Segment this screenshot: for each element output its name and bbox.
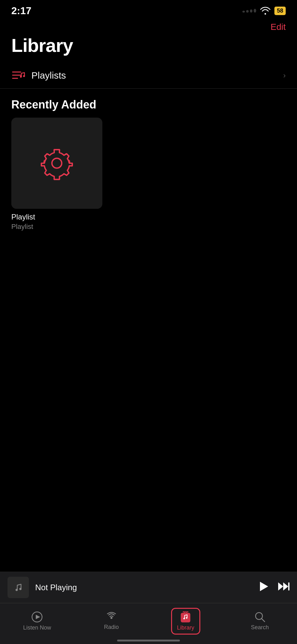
tab-library-active-box: Library xyxy=(171,608,200,635)
chevron-right-icon: › xyxy=(283,71,286,80)
tab-library-label: Library xyxy=(177,625,194,631)
wifi-icon xyxy=(260,7,271,15)
svg-point-6 xyxy=(52,158,62,168)
svg-point-4 xyxy=(23,75,25,77)
tab-listen-now-label: Listen Now xyxy=(23,625,51,631)
listen-now-icon xyxy=(31,611,43,623)
header-row: Edit xyxy=(0,19,297,32)
tab-radio-label: Radio xyxy=(104,624,119,630)
playlists-label: Playlists xyxy=(31,70,283,81)
edit-button[interactable]: Edit xyxy=(271,22,286,32)
home-indicator xyxy=(117,640,180,641)
svg-point-8 xyxy=(19,588,22,590)
page-title: Library xyxy=(0,32,297,63)
library-icon xyxy=(180,611,191,623)
search-icon xyxy=(255,612,265,622)
svg-line-16 xyxy=(262,619,265,622)
tab-listen-now[interactable]: Listen Now xyxy=(0,603,74,635)
album-name: Playlist xyxy=(11,213,102,221)
status-bar: 2:17 58 xyxy=(0,0,297,19)
tab-bar: Listen Now Radio Library xyxy=(0,603,297,644)
album-subtitle: Playlist xyxy=(11,223,102,231)
playlist-icon xyxy=(11,69,25,81)
mini-player-controls xyxy=(259,581,289,594)
tab-library[interactable]: Library xyxy=(148,603,223,635)
play-icon xyxy=(259,581,269,592)
music-note-icon xyxy=(13,582,24,593)
status-icons: 58 xyxy=(242,7,286,15)
album-grid: Playlist Playlist xyxy=(0,118,297,231)
svg-rect-12 xyxy=(181,613,190,622)
gear-icon xyxy=(38,144,76,182)
tab-search[interactable]: Search xyxy=(223,603,297,635)
album-item[interactable]: Playlist Playlist xyxy=(11,118,102,231)
mini-player-art xyxy=(8,577,29,598)
svg-point-13 xyxy=(183,618,185,619)
playlists-row[interactable]: Playlists › xyxy=(0,63,297,89)
battery-indicator: 58 xyxy=(274,7,286,15)
svg-point-3 xyxy=(20,76,22,78)
tab-radio[interactable]: Radio xyxy=(74,603,149,635)
signal-dots-icon xyxy=(242,9,256,13)
mini-player[interactable]: Not Playing xyxy=(0,572,297,603)
svg-point-7 xyxy=(16,589,18,591)
album-art xyxy=(11,118,102,209)
svg-point-14 xyxy=(186,617,187,619)
tab-search-label: Search xyxy=(251,624,269,631)
playlist-music-icon xyxy=(11,69,25,81)
recently-added-title: Recently Added xyxy=(0,89,297,118)
radio-icon xyxy=(105,612,117,622)
skip-forward-button[interactable] xyxy=(278,582,289,593)
play-button[interactable] xyxy=(259,581,269,594)
svg-rect-9 xyxy=(288,582,289,591)
svg-point-11 xyxy=(111,617,112,619)
mini-player-title: Not Playing xyxy=(35,583,259,592)
skip-forward-icon xyxy=(278,582,289,591)
status-time: 2:17 xyxy=(11,5,31,17)
